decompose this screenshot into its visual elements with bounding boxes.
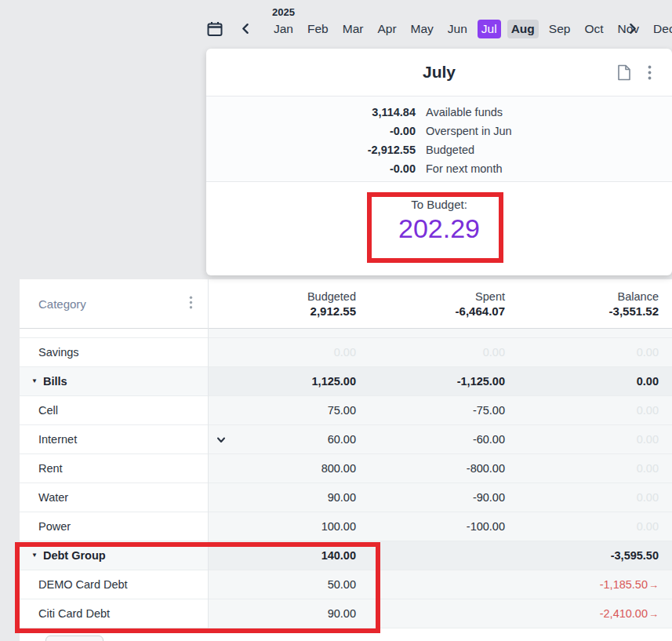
balance-cell-value: 0.00 — [637, 433, 659, 446]
budgeted-cell-value: 0.00 — [334, 346, 356, 359]
month-sep[interactable]: Sep — [545, 20, 575, 38]
month-dec[interactable]: Dec — [649, 20, 672, 38]
spent-cell-debt-group[interactable] — [358, 541, 507, 570]
category-menu-icon[interactable] — [189, 296, 193, 311]
to-budget-value[interactable]: 202.29 — [206, 213, 672, 244]
balance-cell-value: 0.00 — [637, 491, 659, 504]
spent-cell-citi-card-debt[interactable] — [358, 599, 507, 628]
month-jan[interactable]: Jan — [270, 20, 297, 38]
budgeted-cell-value: 75.00 — [328, 404, 356, 417]
collapse-triangle-icon[interactable]: ▼ — [31, 377, 38, 384]
chevron-down-icon[interactable] — [216, 433, 226, 446]
balance-cell-internet[interactable]: 0.00 — [507, 425, 672, 453]
category-label: Internet — [38, 433, 77, 446]
balance-cell-value: -1,185.50 — [600, 578, 648, 591]
next-month-icon[interactable] — [627, 23, 638, 38]
month-mar[interactable]: Mar — [339, 20, 368, 38]
budgeted-cell-savings[interactable]: 0.00 — [208, 338, 358, 366]
spent-header-label: Spent — [358, 290, 505, 303]
month-oct[interactable]: Oct — [580, 20, 607, 38]
month-jun[interactable]: Jun — [444, 20, 471, 38]
spent-cell-value: -800.00 — [467, 462, 505, 475]
calendar-icon[interactable] — [206, 20, 223, 41]
collapse-triangle-icon[interactable]: ▼ — [31, 552, 38, 559]
category-name-demo-card-debt[interactable]: DEMO Card Debt — [20, 570, 208, 599]
spent-cell-cell[interactable]: -75.00 — [358, 396, 507, 424]
spent-cell-internet[interactable]: -60.00 — [358, 425, 507, 453]
spent-header-cell[interactable]: Spent -6,464.07 — [358, 279, 507, 328]
to-budget-label: To Budget: — [206, 198, 672, 211]
month-jul[interactable]: Jul — [478, 20, 501, 38]
month-summary-panel: July 3,114.84Available funds-0.00Overspe… — [206, 49, 672, 275]
spent-cell-power[interactable]: -100.00 — [358, 512, 507, 541]
carryover-arrow-icon[interactable]: → — [648, 579, 659, 591]
partial-button-bottom[interactable] — [45, 636, 104, 641]
category-label: Bills — [43, 375, 67, 388]
prev-month-icon[interactable] — [240, 23, 252, 38]
balance-header-label: Balance — [507, 290, 659, 303]
balance-header-cell[interactable]: Balance -3,551.52 — [507, 279, 672, 328]
budgeted-header-cell[interactable]: Budgeted 2,912.55 — [208, 279, 358, 328]
balance-cell-bills[interactable]: 0.00 — [507, 367, 672, 395]
month-feb[interactable]: Feb — [303, 20, 332, 38]
budgeted-cell-bills[interactable]: 1,125.00 — [208, 367, 358, 395]
month-apr[interactable]: Apr — [373, 20, 400, 38]
balance-cell-value: 0.00 — [637, 462, 659, 475]
category-name-rent[interactable]: Rent — [20, 454, 208, 483]
balance-cell-citi-card-debt[interactable]: -2,410.00→ — [507, 599, 672, 628]
budgeted-cell-value: 60.00 — [328, 433, 356, 446]
budgeted-cell-power[interactable]: 100.00 — [208, 512, 358, 541]
balance-cell-water[interactable]: 0.00 — [507, 483, 672, 512]
panel-header: July — [206, 49, 672, 96]
balance-cell-demo-card-debt[interactable]: -1,185.50→ — [507, 570, 672, 599]
panel-menu-icon[interactable] — [648, 65, 652, 83]
spent-cell-water[interactable]: -90.00 — [358, 483, 507, 512]
balance-cell-rent[interactable]: 0.00 — [507, 454, 672, 483]
category-header-cell: Category — [20, 279, 208, 328]
category-name-water[interactable]: Water — [20, 483, 208, 512]
category-row-rent: Rent800.00-800.000.00 — [20, 454, 672, 483]
carryover-arrow-icon[interactable]: → — [648, 608, 659, 620]
category-name-debt-group[interactable]: ▼Debt Group — [20, 541, 208, 570]
balance-cell-power[interactable]: 0.00 — [507, 512, 672, 541]
balance-cell-value: 0.00 — [637, 375, 659, 388]
month-aug[interactable]: Aug — [507, 20, 539, 38]
category-name-bills[interactable]: ▼Bills — [20, 367, 208, 395]
spent-cell-savings[interactable]: 0.00 — [358, 338, 507, 366]
notes-icon[interactable] — [617, 64, 631, 84]
balance-cell-debt-group[interactable]: -3,595.50 — [507, 541, 672, 570]
category-row-demo-card-debt: DEMO Card Debt50.00-1,185.50→ — [20, 570, 672, 599]
category-label: Water — [38, 491, 68, 504]
category-row-savings: Savings0.000.000.00 — [20, 338, 672, 367]
budgeted-cell-value: 90.00 — [328, 491, 356, 504]
budgeted-cell-debt-group[interactable]: 140.00 — [208, 541, 358, 570]
budgeted-cell-cell[interactable]: 75.00 — [208, 396, 358, 424]
category-name-power[interactable]: Power — [20, 512, 208, 541]
category-name-savings[interactable]: Savings — [20, 338, 208, 366]
budget-table: Category Budgeted 2,912.55 Spent -6,464.… — [20, 279, 672, 641]
column-divider — [208, 279, 209, 628]
budgeted-cell-demo-card-debt[interactable]: 50.00 — [208, 570, 358, 599]
category-label: Debt Group — [43, 549, 106, 562]
spent-cell-bills[interactable]: -1,125.00 — [358, 367, 507, 395]
budgeted-cell-internet[interactable]: 60.00 — [208, 425, 358, 453]
budgeted-cell-citi-card-debt[interactable]: 90.00 — [208, 599, 358, 628]
month-may[interactable]: May — [407, 20, 438, 38]
month-list: JanFebMarAprMayJunJulAugSepOctNovDec — [270, 20, 672, 38]
balance-cell-cell[interactable]: 0.00 — [507, 396, 672, 424]
spent-cell-demo-card-debt[interactable] — [358, 570, 507, 599]
category-label: Cell — [38, 404, 58, 417]
balance-cell-value: 0.00 — [637, 520, 659, 533]
balance-cell-savings[interactable]: 0.00 — [507, 338, 672, 366]
budgeted-cell-value: 50.00 — [328, 578, 356, 591]
table-header: Category Budgeted 2,912.55 Spent -6,464.… — [20, 279, 672, 329]
budgeted-cell-rent[interactable]: 800.00 — [208, 454, 358, 483]
budgeted-cell-water[interactable]: 90.00 — [208, 483, 358, 512]
spent-cell-rent[interactable]: -800.00 — [358, 454, 507, 483]
category-name-citi-card-debt[interactable]: Citi Card Debt — [20, 599, 208, 628]
category-name-internet[interactable]: Internet — [20, 425, 208, 453]
budgeted-cell-value: 800.00 — [321, 462, 356, 475]
category-name-cell[interactable]: Cell — [20, 396, 208, 424]
summary-line: -2,912.55Budgeted — [206, 140, 672, 159]
summary-line: -0.00For next month — [206, 159, 672, 178]
